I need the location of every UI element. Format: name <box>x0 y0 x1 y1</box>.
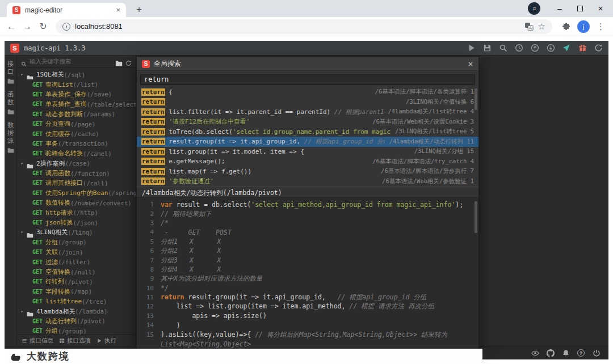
upload-icon[interactable] <box>531 44 539 52</box>
tree-api-row[interactable]: GET单表操作_保存(/save) <box>17 90 136 99</box>
bookmark-star-icon[interactable]: ☆ <box>538 22 545 32</box>
tree-folder-row[interactable]: ▾3LINQ相关(/linq) <box>17 227 136 237</box>
code-scrollbar[interactable] <box>475 201 477 233</box>
send-icon[interactable] <box>562 44 571 52</box>
refresh-tree-icon[interactable] <box>125 58 132 65</box>
tree-api-row[interactable]: GETlist转tree(/tree) <box>17 297 136 306</box>
search-result-row[interactable]: return e.getMessage();/6基本语法/脚本语法/try_ca… <box>137 156 478 167</box>
new-group-folder-icon[interactable] <box>115 58 123 65</box>
extensions-puzzle-icon[interactable] <box>561 22 570 31</box>
github-icon[interactable] <box>547 349 555 357</box>
panel-tab-2[interactable]: 函数 <box>7 91 14 115</box>
code-segment: result = db.select( <box>173 201 251 209</box>
address-bar[interactable]: i localhost:8081 A ☆ <box>56 19 552 34</box>
power-icon[interactable] <box>593 349 601 357</box>
tree-folder-row[interactable]: ▾1SQL相关(/sql) <box>17 70 136 79</box>
sidebar-footer-api-options[interactable]: 接口选项 <box>59 337 91 345</box>
line-number: 10 <box>137 285 154 292</box>
menu-kebab-icon[interactable]: ⋮ <box>597 22 605 32</box>
search-result-row[interactable]: return '参数验证通过'/6基本语法/Web相关/参数验证 1 <box>137 176 478 187</box>
search-result-row[interactable]: return list.filter(it => it.parent_id ==… <box>137 107 478 117</box>
results-scrollbar[interactable] <box>475 88 477 110</box>
reload-button[interactable]: ↻ <box>35 19 51 35</box>
close-button[interactable]: × <box>590 0 611 17</box>
folder-icon <box>7 147 14 153</box>
profile-avatar[interactable]: j <box>577 20 590 33</box>
forward-button[interactable]: → <box>19 19 35 35</box>
tree-api-row[interactable]: GET数值转换(/number/convert) <box>17 198 136 208</box>
back-button[interactable]: ← <box>3 19 19 35</box>
gift-icon[interactable] <box>578 44 587 52</box>
history-icon[interactable] <box>515 44 523 52</box>
bell-icon[interactable] <box>562 349 570 357</box>
browser-tab[interactable]: S magic-editor × <box>7 3 126 17</box>
tree-api-row[interactable]: GET分组(/group) <box>17 238 136 247</box>
dialog-close-icon[interactable]: × <box>468 60 473 69</box>
save-icon[interactable] <box>483 44 492 52</box>
tree-api-row[interactable]: GEThttp请求(/http) <box>17 208 136 217</box>
search-result-row[interactable]: return result.group(it => it.api_group_i… <box>137 137 478 147</box>
new-tab-button[interactable]: + <box>133 3 145 16</box>
tree-api-row[interactable]: GET过滤(/filter) <box>17 257 136 266</box>
watermark-banner: 大数跨境 <box>5 349 482 364</box>
search-result-row[interactable]: return list.map(f => f.get())/6基本语法/脚本语法… <box>137 167 478 177</box>
method-badge: GET <box>32 190 43 196</box>
method-badge: GET <box>32 219 43 226</box>
tree-api-row[interactable]: GET单表操作_查询(/table/select <box>17 99 136 109</box>
tree-api-row[interactable]: GET动态行转列(/pivot) <box>17 316 136 326</box>
method-badge: GET <box>32 170 43 176</box>
global-search-input[interactable] <box>140 74 475 85</box>
tree-folder-row[interactable]: ▾4lambda相关(/lambda) <box>17 306 136 316</box>
tree-api-row[interactable]: GET事务(/transaction) <box>17 139 136 149</box>
tree-api-row[interactable]: GET调用其他接口(/call) <box>17 178 136 188</box>
search-result-row[interactable]: return/3LINQ相关/空值转换 6 <box>137 97 478 107</box>
method-badge: GET <box>32 328 43 334</box>
dialog-header[interactable]: S 全局搜索 × <box>137 57 478 71</box>
panel-tab-1[interactable]: 接口 <box>7 60 14 84</box>
tree-api-row[interactable]: GET使用缓存(/cache) <box>17 129 136 138</box>
search-icon[interactable] <box>499 44 507 52</box>
minimize-button[interactable]: – <box>549 0 570 17</box>
tree-api-row[interactable]: GET调用函数(/function) <box>17 168 136 178</box>
download-icon[interactable] <box>547 44 555 52</box>
tree-api-row[interactable]: GET行转列(/pivot) <box>17 277 136 286</box>
tree-api-row[interactable]: GET分页查询(/page) <box>17 119 136 129</box>
tree-api-row[interactable]: GETjson转换(/json) <box>17 218 136 227</box>
help-icon[interactable]: ? <box>577 349 585 357</box>
panel-tab-3[interactable]: 数据源 <box>7 121 14 153</box>
tree-api-row[interactable]: GET使用Spring中的Bean(/spring <box>17 188 136 198</box>
tab-close-icon[interactable]: × <box>116 6 120 14</box>
translate-icon[interactable]: A <box>524 22 534 31</box>
tree-folder-row[interactable]: ▾2操作案例(/case) <box>17 159 136 168</box>
code-segment: */ <box>161 284 169 292</box>
tree-api-row[interactable]: GET空值转换(/null) <box>17 267 136 277</box>
run-icon[interactable] <box>467 44 476 52</box>
refresh-icon[interactable] <box>594 44 603 52</box>
search-result-row[interactable]: return list.group(it => it.model, item =… <box>137 147 478 157</box>
api-label: 空值转换 <box>45 268 70 276</box>
tree-api-row[interactable]: GET关联(/join) <box>17 247 136 257</box>
tree-api-row[interactable]: GET动态参数判断(/params) <box>17 109 136 119</box>
sidebar-search-input[interactable]: 输入关键字搜索 <box>30 58 112 66</box>
match-keyword: return <box>141 177 165 185</box>
url-text[interactable]: localhost:8081 <box>75 22 520 31</box>
sidebar-footer-api-info[interactable]: 接口信息 <box>22 337 53 345</box>
tree-api-row[interactable]: GET查询List(/list) <box>17 79 136 89</box>
site-info-icon[interactable]: i <box>62 23 70 31</box>
tree-api-row[interactable]: GET字段转换(/map) <box>17 287 136 297</box>
method-badge: GET <box>32 121 43 127</box>
folder-icon <box>7 78 14 84</box>
search-result-row[interactable]: return {/6基本语法/脚本语法/各类运算符 1 <box>137 87 478 98</box>
tree-api-row[interactable]: GET驼峰命名转换(/camel) <box>17 149 136 158</box>
tree-api-row[interactable]: GET分组(/group) <box>17 326 136 335</box>
code-preview[interactable]: 1var result = db.select('select api_meth… <box>137 198 478 349</box>
global-search-dialog: S 全局搜索 × return {/6基本语法/脚本语法/各类运算符 1retu… <box>136 57 479 349</box>
sidebar-footer-run[interactable]: 执行 <box>96 337 116 345</box>
maximize-button[interactable] <box>570 0 590 17</box>
search-result-row[interactable]: return '请按F12后在控制台中查看'/6基本语法/Web相关/设置Coo… <box>137 117 478 127</box>
eye-icon[interactable] <box>531 349 539 357</box>
watermark-logo-icon <box>10 350 22 362</box>
search-result-row[interactable]: return toTree(db.select('select id,group… <box>137 127 478 137</box>
media-controls-button[interactable]: ♫ <box>528 2 540 15</box>
match-keyword: return <box>141 108 165 116</box>
